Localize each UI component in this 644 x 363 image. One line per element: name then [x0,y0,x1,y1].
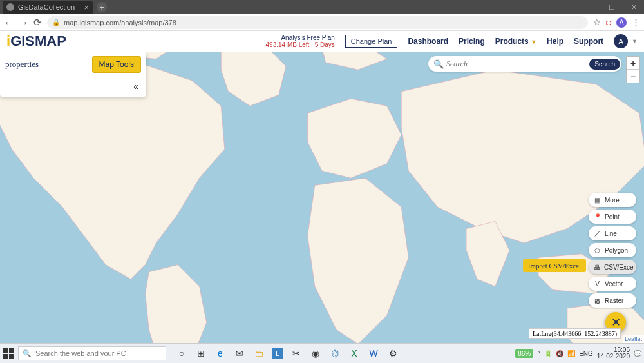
plan-quota: 493.14 MB Left · 5 Days [266,41,335,48]
nav-back-icon[interactable]: ← [4,17,14,28]
browser-tab[interactable]: GisDataCollection × [3,1,93,14]
tool-raster[interactable]: ▩ Raster [589,293,636,308]
nav-forward-icon[interactable]: → [19,17,28,28]
app-icon-l[interactable]: L [272,348,283,359]
window-close[interactable]: ✕ [626,3,641,12]
collapse-panel-button[interactable]: « [0,77,146,97]
chevron-down-icon: ▼ [531,39,536,45]
zoom-control: + − [626,56,640,83]
tray-chevron-icon[interactable]: ˄ [537,350,540,357]
word-icon[interactable]: W [367,347,380,360]
tab-title: GisDataCollection [18,3,75,11]
browser-address-bar: ← → ⟳ 🔒 map.igismap.com/analysis/map/378… [0,14,644,31]
star-icon[interactable]: ☆ [593,17,601,27]
tray-wifi-icon[interactable]: 📶 [567,350,575,357]
edge-icon[interactable]: e [214,347,227,360]
excel-icon[interactable]: X [348,347,361,360]
window-controls: ― ☐ ✕ [582,3,641,12]
browser-user-avatar[interactable]: A [616,17,627,28]
properties-panel: properties Map Tools « [0,52,146,97]
nav-support[interactable]: Support [574,37,603,46]
logo[interactable]: iGISMAP [6,33,66,50]
tray-battery-icon[interactable]: 🔋 [544,350,552,357]
tool-label: Vector [605,280,623,288]
taskview-icon[interactable]: ⊞ [194,347,207,360]
user-avatar[interactable]: A [614,34,628,48]
tool-label: Point [605,213,620,221]
cortana-icon[interactable]: ○ [175,347,188,360]
logo-text: GISMAP [10,33,66,49]
tool-csv-excel[interactable]: 🖶 CSV/Excel [589,260,636,274]
address-field[interactable]: 🔒 map.igismap.com/analysis/map/378 [47,16,588,29]
tray-volume-icon[interactable]: 🔇 [556,350,564,357]
snip-icon[interactable]: ✂ [290,347,303,360]
browser-tab-strip: GisDataCollection × + ― ☐ ✕ [0,0,644,14]
windows-taskbar: 🔍 Search the web and your PC ○ ⊞ e ✉ 🗀 L… [0,343,644,363]
tool-line[interactable]: ／ Line [589,226,636,240]
start-button[interactable] [3,348,14,359]
tray-notifications-icon[interactable]: 💬 [634,350,641,357]
user-menu-caret-icon[interactable]: ▼ [632,38,638,44]
lock-icon: 🔒 [52,19,60,26]
tray-lang[interactable]: ENG [579,350,593,357]
properties-title: properties [5,59,39,70]
tool-polygon[interactable]: ⬠ Polygon [589,243,636,257]
tray-clock[interactable]: 15:05 14-02-2020 [597,347,630,360]
tool-label: CSV/Excel [604,264,635,271]
search-input[interactable] [446,59,589,69]
zoom-out-button[interactable]: − [627,70,639,83]
point-icon: 📍 [594,213,601,221]
nav-help[interactable]: Help [547,37,564,46]
tab-close-icon[interactable]: × [84,3,89,12]
raster-icon: ▩ [594,297,601,304]
nav-pricing[interactable]: Pricing [459,37,485,46]
more-icon: ▦ [594,197,601,204]
latlng-readout: LatLng(34.443666, 152.243887) [529,328,621,339]
app-header: iGISMAP Analysis Free Plan 493.14 MB Lef… [0,31,644,52]
tooltip-csv-excel: Import CSV/Excel [523,259,586,272]
extension-icon[interactable]: ◘ [606,17,611,27]
mail-icon[interactable]: ✉ [233,347,246,360]
line-icon: ／ [594,230,601,237]
tool-label: Raster [605,297,623,304]
search-icon: 🔍 [433,59,444,69]
search-button[interactable]: Search [589,59,620,70]
nav-products[interactable]: Products ▼ [495,37,536,46]
battery-indicator[interactable]: 86% [515,349,533,358]
tool-vector[interactable]: V Vector [589,277,636,291]
close-icon: ✕ [611,315,621,329]
window-maximize[interactable]: ☐ [604,3,620,12]
search-icon: 🔍 [23,349,32,358]
nav-reload-icon[interactable]: ⟳ [33,17,42,28]
taskbar-search-placeholder: Search the web and your PC [35,349,126,357]
plan-info: Analysis Free Plan 493.14 MB Left · 5 Da… [266,34,335,48]
tool-label: More [605,197,620,204]
csv-icon: 🖶 [594,264,600,271]
tray-date: 14-02-2020 [597,353,630,360]
new-tab-button[interactable]: + [97,2,107,12]
map-search-bar: 🔍 Search [428,56,621,72]
zoom-in-button[interactable]: + [627,57,639,70]
tool-point[interactable]: 📍 Point [589,210,636,224]
map-canvas[interactable]: properties Map Tools « 🔍 Search + − ▦ Mo… [0,52,644,343]
taskbar-search[interactable]: 🔍 Search the web and your PC [18,346,166,360]
tool-more[interactable]: ▦ More [589,193,636,207]
leaflet-attribution[interactable]: Leaflet [623,335,644,343]
window-minimize[interactable]: ― [582,3,598,12]
change-plan-button[interactable]: Change Plan [345,35,398,48]
tool-label: Polygon [605,247,628,254]
vector-icon: V [594,280,601,288]
plan-name: Analysis Free Plan [266,34,335,41]
explorer-icon[interactable]: 🗀 [252,347,265,360]
vscode-icon[interactable]: ⌬ [328,347,341,360]
nav-dashboard[interactable]: Dashboard [408,37,448,46]
chrome-icon[interactable]: ◉ [309,347,322,360]
browser-menu-icon[interactable]: ⋮ [632,17,640,27]
tab-favicon [6,3,14,11]
settings-icon[interactable]: ⚙ [386,347,399,360]
url-text: map.igismap.com/analysis/map/378 [64,19,176,26]
tool-label: Line [605,230,617,237]
map-tools-button[interactable]: Map Tools [92,56,141,73]
polygon-icon: ⬠ [594,247,601,254]
